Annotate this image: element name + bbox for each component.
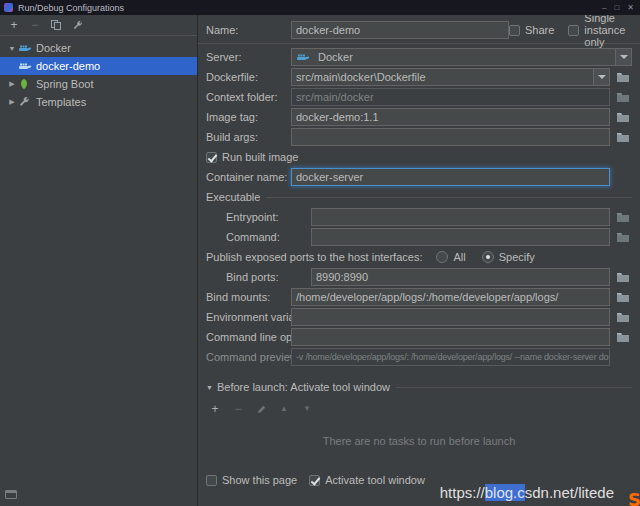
edit-task-button[interactable]: [254, 402, 268, 416]
bind-ports-input[interactable]: [311, 268, 610, 286]
folder-icon: [616, 111, 630, 123]
minimize-button[interactable]: –: [602, 3, 606, 12]
image-tag-input[interactable]: [291, 108, 610, 126]
tree-group-docker[interactable]: ▼ Docker: [0, 39, 197, 57]
activate-tool-window-label: Activate tool window: [325, 474, 425, 486]
command-line-options-browse-button[interactable]: [614, 328, 632, 346]
window-title: Run/Debug Configurations: [18, 3, 602, 13]
entrypoint-browse-button[interactable]: [614, 208, 632, 226]
checkbox-icon: [206, 475, 217, 486]
single-instance-label: Single instance only: [584, 15, 632, 48]
tree-item-docker-demo[interactable]: docker-demo: [0, 57, 197, 75]
checkbox-checked-icon: [309, 475, 320, 486]
container-name-input[interactable]: [291, 168, 610, 186]
checkbox-checked-icon: [206, 152, 217, 163]
dockerfile-combobox[interactable]: [291, 68, 610, 86]
context-folder-row: Context folder:: [206, 87, 632, 107]
folder-icon: [616, 71, 630, 83]
chevron-down-icon[interactable]: [615, 49, 631, 65]
command-preview-row: Command preview: -v /home/developer/app/…: [206, 347, 632, 367]
name-label: Name:: [206, 24, 291, 36]
publish-all-label: All: [453, 251, 465, 263]
activate-tool-window-checkbox[interactable]: Activate tool window: [309, 474, 425, 486]
publish-specify-label: Specify: [499, 251, 535, 263]
command-line-options-input[interactable]: [291, 328, 610, 346]
configurations-sidebar: + − ▼: [0, 15, 197, 506]
share-checkbox[interactable]: Share: [509, 24, 554, 36]
watermark-suffix: sdn.net/litede: [525, 484, 614, 501]
command-line-options-label: Command line options:: [206, 331, 291, 343]
run-built-image-label: Run built image: [222, 151, 298, 163]
move-task-down-button[interactable]: ▼: [300, 402, 314, 416]
configuration-tree: ▼ Docker: [0, 36, 197, 111]
templates-wrench-icon: [18, 96, 32, 108]
remove-configuration-button[interactable]: −: [28, 18, 42, 32]
run-built-image-checkbox[interactable]: Run built image: [206, 151, 298, 163]
bind-ports-browse-button[interactable]: [614, 268, 632, 286]
tree-group-spring-boot[interactable]: ▶ Spring Boot: [0, 75, 197, 93]
command-browse-button[interactable]: [614, 228, 632, 246]
folder-icon: [616, 271, 630, 283]
chevron-collapsed-icon[interactable]: ▶: [6, 98, 18, 106]
move-task-up-button[interactable]: ▲: [277, 402, 291, 416]
executable-section-label: Executable: [206, 191, 260, 203]
show-this-page-checkbox[interactable]: Show this page: [206, 474, 297, 486]
tree-group-templates[interactable]: ▶ Templates: [0, 93, 197, 111]
chevron-expanded-icon[interactable]: ▼: [6, 45, 18, 52]
build-args-row: Build args:: [206, 127, 632, 147]
docker-icon: [18, 42, 32, 54]
context-folder-browse-button[interactable]: [614, 88, 632, 106]
window-panel-icon: [5, 490, 17, 499]
environment-variables-input[interactable]: [291, 308, 610, 326]
close-button[interactable]: ✕: [627, 3, 634, 12]
chevron-expanded-icon[interactable]: ▼: [206, 384, 213, 391]
build-args-browse-button[interactable]: [614, 128, 632, 146]
folder-icon: [616, 131, 630, 143]
show-this-page-label: Show this page: [222, 474, 297, 486]
checkbox-icon: [509, 25, 520, 36]
dockerfile-input[interactable]: [292, 71, 593, 83]
before-launch-toolbar: + − ▲ ▼: [206, 399, 632, 419]
publish-specify-radio[interactable]: Specify: [482, 251, 535, 263]
app-icon: [4, 3, 13, 12]
server-combobox[interactable]: Docker: [291, 48, 632, 66]
bind-ports-label: Bind ports:: [206, 271, 311, 283]
radio-icon: [436, 251, 448, 263]
add-configuration-button[interactable]: +: [7, 18, 21, 32]
docker-icon: [18, 60, 32, 72]
entrypoint-row: Entrypoint:: [206, 207, 632, 227]
bind-mounts-row: Bind mounts:: [206, 287, 632, 307]
image-tag-label: Image tag:: [206, 111, 291, 123]
bind-mounts-label: Bind mounts:: [206, 291, 291, 303]
entrypoint-input[interactable]: [311, 208, 610, 226]
watermark-highlight: blog.c: [485, 484, 525, 501]
image-tag-browse-button[interactable]: [614, 108, 632, 126]
before-launch-empty-message: There are no tasks to run before launch: [206, 435, 632, 447]
bind-ports-row: Bind ports:: [206, 267, 632, 287]
command-input[interactable]: [311, 228, 610, 246]
bind-mounts-browse-button[interactable]: [614, 288, 632, 306]
build-args-input[interactable]: [291, 128, 610, 146]
remove-task-button[interactable]: −: [231, 402, 245, 416]
before-launch-label: Before launch: Activate tool window: [217, 381, 390, 393]
environment-variables-browse-button[interactable]: [614, 308, 632, 326]
run-debug-configurations-dialog: Run/Debug Configurations – □ ✕ + −: [0, 0, 640, 506]
name-input[interactable]: [291, 21, 509, 39]
add-task-button[interactable]: +: [208, 402, 222, 416]
folder-icon: [616, 211, 630, 223]
build-args-label: Build args:: [206, 131, 291, 143]
image-tag-row: Image tag:: [206, 107, 632, 127]
copy-configuration-button[interactable]: [49, 18, 63, 32]
bind-mounts-input[interactable]: [291, 288, 610, 306]
server-row: Server: Docker: [206, 47, 632, 67]
sort-configurations-button[interactable]: [70, 18, 84, 32]
maximize-button[interactable]: □: [614, 3, 619, 12]
tree-group-docker-label: Docker: [36, 42, 71, 54]
single-instance-checkbox[interactable]: Single instance only: [568, 15, 632, 48]
chevron-collapsed-icon[interactable]: ▶: [6, 80, 18, 88]
dockerfile-browse-button[interactable]: [614, 68, 632, 86]
publish-all-radio[interactable]: All: [436, 251, 465, 263]
before-launch-header[interactable]: ▼ Before launch: Activate tool window: [206, 377, 632, 397]
share-label: Share: [525, 24, 554, 36]
chevron-down-icon[interactable]: [593, 69, 609, 85]
